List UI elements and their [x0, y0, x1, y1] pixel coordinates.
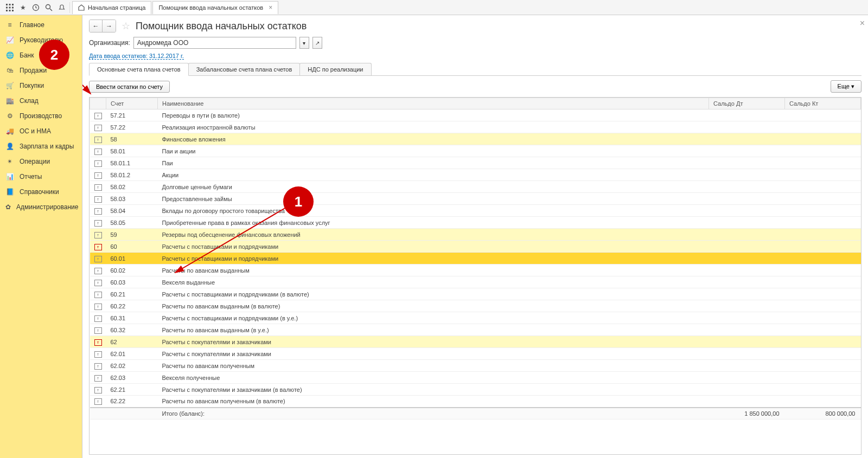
star-icon[interactable]: ★	[16, 1, 29, 14]
cell-name: Паи	[158, 157, 709, 169]
sidebar-item-12[interactable]: ✿Администрирование	[0, 199, 82, 215]
forward-button[interactable]: →	[103, 20, 116, 32]
apps-icon[interactable]	[3, 1, 16, 14]
table-row[interactable]: т59Резервы под обесценение финансовых вл…	[90, 229, 861, 241]
sidebar-icon: 🛍	[5, 66, 14, 75]
table-row[interactable]: т60Расчеты с поставщиками и подрядчиками	[90, 241, 861, 253]
totals-row: Итого (баланс): 1 850 000,00 800 000,00	[90, 408, 861, 420]
sidebar-item-label: Операции	[20, 158, 50, 165]
sidebar-item-8[interactable]: 👤Зарплата и кадры	[0, 139, 82, 154]
table-row[interactable]: т60.01Расчеты с поставщиками и подрядчик…	[90, 253, 861, 265]
sidebar-item-11[interactable]: 📘Справочники	[0, 184, 82, 199]
page-title: Помощник ввода начальных остатков	[136, 21, 307, 32]
totals-dt: 1 850 000,00	[709, 408, 785, 420]
sidebar-icon: 📘	[5, 188, 14, 196]
close-icon[interactable]: ×	[860, 18, 865, 28]
org-dropdown-button[interactable]: ▾	[299, 37, 309, 49]
cell-saldo-kt	[785, 372, 861, 384]
account-type-icon: т	[94, 149, 102, 155]
cell-saldo-dt	[709, 217, 785, 229]
tab-active[interactable]: Помощник ввода начальных остатков ×	[152, 1, 278, 14]
cell-saldo-dt	[709, 157, 785, 169]
enter-balances-button[interactable]: Ввести остатки по счету	[89, 81, 170, 93]
org-open-button[interactable]: ↗	[312, 37, 322, 49]
table-row[interactable]: т58.01.2Акции	[90, 169, 861, 181]
table-row[interactable]: т58.01Паи и акции	[90, 145, 861, 157]
table-row[interactable]: т57.22Реализация иностранной валюты	[90, 121, 861, 133]
inner-tabs: Основные счета плана счетов Забалансовые…	[89, 63, 861, 76]
sidebar-item-label: Производство	[20, 112, 62, 120]
table-row[interactable]: т62.03Векселя полученные	[90, 372, 861, 384]
table-row[interactable]: т62.02Расчеты по авансам полученным	[90, 360, 861, 372]
table-row[interactable]: т58Финансовые вложения	[90, 133, 861, 145]
table-row[interactable]: т60.02Расчеты по авансам выданным	[90, 265, 861, 276]
cell-name: Расчеты с поставщиками и подрядчиками	[158, 241, 709, 253]
cell-account: 58.05	[106, 217, 158, 229]
table-row[interactable]: т62Расчеты с покупателями и заказчиками	[90, 336, 861, 348]
search-icon[interactable]	[42, 1, 55, 14]
cell-saldo-kt	[785, 205, 861, 217]
totals-label: Итого (баланс):	[158, 408, 709, 420]
cell-name: Расчеты с покупателями и заказчиками (в …	[158, 384, 709, 396]
tab-vat[interactable]: НДС по реализации	[299, 63, 371, 75]
sidebar-item-0[interactable]: ≡Главное	[0, 17, 82, 33]
cell-account: 60.31	[106, 312, 158, 324]
table-row[interactable]: т58.04Вклады по договору простого товари…	[90, 205, 861, 217]
cell-saldo-kt	[785, 288, 861, 300]
tab-main-accounts[interactable]: Основные счета плана счетов	[89, 63, 189, 76]
sidebar-item-4[interactable]: 🛒Покупки	[0, 78, 82, 93]
table-row[interactable]: т62.21Расчеты с покупателями и заказчика…	[90, 384, 861, 396]
sidebar-item-6[interactable]: ⚙Производство	[0, 108, 82, 124]
favorite-icon[interactable]: ☆	[122, 20, 130, 32]
accounts-table-container[interactable]: Счет Наименование Сальдо Дт Сальдо Кт т5…	[89, 97, 861, 455]
org-label: Организация:	[89, 39, 130, 47]
table-row[interactable]: т62.22Расчеты по авансам полученным (в в…	[90, 396, 861, 408]
table-row[interactable]: т60.22Расчеты по авансам выданным (в вал…	[90, 300, 861, 312]
sidebar-item-10[interactable]: 📊Отчеты	[0, 169, 82, 184]
table-row[interactable]: т60.21Расчеты с поставщиками и подрядчик…	[90, 288, 861, 300]
cell-saldo-dt	[709, 300, 785, 312]
cell-saldo-dt	[709, 229, 785, 241]
table-row[interactable]: т58.02Долговые ценные бумаги	[90, 181, 861, 193]
cell-saldo-kt	[785, 241, 861, 253]
account-type-icon: т	[94, 280, 102, 286]
cell-account: 58.01	[106, 145, 158, 157]
table-row[interactable]: т62.01Расчеты с покупателями и заказчика…	[90, 348, 861, 360]
tab-offbalance-accounts[interactable]: Забалансовые счета плана счетов	[188, 63, 301, 75]
cell-saldo-kt	[785, 133, 861, 145]
account-type-icon: т	[94, 304, 102, 310]
table-row[interactable]: т60.03Векселя выданные	[90, 276, 861, 288]
account-type-icon: т	[94, 315, 102, 322]
tab-home[interactable]: Начальная страница	[72, 1, 151, 14]
table-row[interactable]: т60.32Расчеты по авансам выданным (в у.е…	[90, 324, 861, 336]
bell-icon[interactable]	[55, 1, 68, 14]
sidebar-item-9[interactable]: ✴Операции	[0, 154, 82, 169]
sidebar-item-1[interactable]: 📈Руководителю	[0, 33, 82, 48]
date-link[interactable]: Дата ввода остатков: 31.12.2017 г.	[89, 53, 184, 60]
cell-saldo-kt	[785, 276, 861, 288]
cell-name: Векселя выданные	[158, 276, 709, 288]
back-button[interactable]: ←	[90, 20, 103, 32]
col-account: Счет	[106, 98, 158, 109]
sidebar-item-3[interactable]: 🛍Продажи	[0, 63, 82, 78]
table-row[interactable]: т58.01.1Паи	[90, 157, 861, 169]
more-button[interactable]: Еще ▾	[831, 80, 861, 93]
cell-name: Векселя полученные	[158, 372, 709, 384]
sidebar-icon: 👤	[5, 142, 14, 151]
cell-account: 58.04	[106, 205, 158, 217]
history-icon[interactable]	[29, 1, 42, 14]
org-input[interactable]: Андромеда ООО	[133, 37, 296, 49]
callout-2: 2	[39, 40, 69, 70]
sidebar-item-5[interactable]: 🏬Склад	[0, 93, 82, 108]
sidebar-item-7[interactable]: 🚚ОС и НМА	[0, 124, 82, 139]
table-row[interactable]: т58.03Предоставленные займы	[90, 193, 861, 205]
table-row[interactable]: т60.31Расчеты с поставщиками и подрядчик…	[90, 312, 861, 324]
sidebar-item-label: Покупки	[20, 82, 44, 89]
sidebar-item-label: Отчеты	[20, 173, 42, 180]
account-type-icon: т	[94, 327, 102, 334]
tab-close-icon[interactable]: ×	[269, 4, 272, 11]
cell-account: 60	[106, 241, 158, 253]
cell-saldo-kt	[785, 157, 861, 169]
table-row[interactable]: т58.05Приобретенные права в рамках оказа…	[90, 217, 861, 229]
table-row[interactable]: т57.21Переводы в пути (в валюте)	[90, 109, 861, 121]
